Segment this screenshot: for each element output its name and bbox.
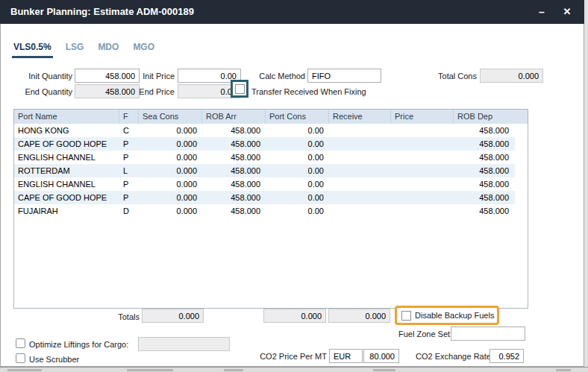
table-row[interactable]: ROTTERDAML0.000458.0000.00458.000 [14, 164, 515, 177]
co2-currency-input[interactable] [329, 349, 363, 363]
table-cell: ENGLISH CHANNEL [14, 177, 119, 191]
table-cell: 458.000 [202, 204, 266, 218]
disable-backup-fuels-checkbox[interactable] [401, 311, 411, 321]
table-cell: 458.000 [454, 191, 514, 204]
table-header-row: Port Name F Sea Cons ROB Arr Port Cons R… [14, 110, 528, 124]
table-cell: D [119, 204, 139, 218]
table-cell: 0.000 [139, 151, 202, 164]
table-cell: ROTTERDAM [14, 164, 119, 177]
table-cell [391, 137, 454, 151]
close-icon[interactable]: ✕ [558, 0, 576, 24]
column-header-port-cons[interactable]: Port Cons [266, 110, 329, 124]
table-cell [391, 177, 454, 191]
table-cell: 0.000 [139, 191, 202, 204]
table-cell: 458.000 [202, 151, 266, 164]
table-cell: 0.000 [139, 137, 202, 151]
table-row[interactable]: FUJAIRAHD0.000458.0000.00458.000 [14, 204, 515, 218]
tab-mdo[interactable]: MDO [96, 40, 120, 58]
init-price-label: Init Price [120, 72, 175, 81]
dialog-title: Bunker Planning: Estimate ADM-000189 [10, 0, 194, 24]
table-cell: 458.000 [454, 124, 514, 137]
co2-exchange-rate-input[interactable] [490, 349, 524, 363]
table-row[interactable]: ENGLISH CHANNELP0.000458.0000.00458.000 [14, 151, 515, 164]
table-cell [391, 124, 454, 137]
table-cell: CAPE OF GOOD HOPE [14, 137, 119, 151]
table-cell: L [119, 164, 139, 177]
table-cell: 458.000 [454, 177, 514, 191]
title-bar: Bunker Planning: Estimate ADM-000189 – ✕ [0, 0, 584, 24]
co2-price-input[interactable] [363, 349, 399, 363]
table-cell [391, 164, 454, 177]
transfer-received-checkbox[interactable] [235, 84, 245, 94]
tab-mgo[interactable]: MGO [131, 40, 156, 58]
totals-port-cons-field [263, 309, 326, 323]
table-cell: 0.00 [266, 177, 329, 191]
table-row[interactable]: CAPE OF GOOD HOPEP0.000458.0000.00458.00… [14, 137, 515, 151]
table-body: HONG KONGC0.000458.0000.00458.000CAPE OF… [14, 124, 528, 218]
init-quantity-label: Init Quantity [8, 72, 72, 81]
table-cell: 0.000 [139, 177, 202, 191]
bunker-planning-dialog: Bunker Planning: Estimate ADM-000189 – ✕… [0, 0, 584, 367]
disable-backup-fuels-highlight: Disable Backup Fuels [395, 306, 499, 325]
totals-sea-cons-field [142, 309, 204, 323]
table-cell: 0.00 [266, 191, 329, 204]
table-cell: 458.000 [454, 137, 514, 151]
totals-receive-field [328, 309, 390, 323]
table-cell: 0.00 [266, 164, 329, 177]
table-row[interactable]: HONG KONGC0.000458.0000.00458.000 [14, 124, 515, 137]
disable-backup-fuels-label: Disable Backup Fuels [415, 311, 494, 320]
column-header-receive[interactable]: Receive [329, 110, 391, 124]
table-cell: 458.000 [202, 164, 266, 177]
table-cell: 0.000 [139, 164, 202, 177]
table-cell: 0.00 [266, 137, 329, 151]
table-cell [329, 137, 391, 151]
table-cell: 0.00 [266, 124, 329, 137]
table-cell [391, 191, 454, 204]
table-cell: P [119, 137, 139, 151]
table-cell: HONG KONG [14, 124, 119, 137]
use-scrubber-label: Use Scrubber [29, 355, 79, 364]
table-cell [329, 124, 391, 137]
bunker-table: Port Name F Sea Cons ROB Arr Port Cons R… [13, 109, 528, 309]
table-cell: 458.000 [202, 191, 266, 204]
table-cell: 458.000 [202, 137, 266, 151]
optimize-liftings-checkbox[interactable] [16, 338, 25, 348]
table-cell: 458.000 [454, 164, 514, 177]
end-price-label: End Price [120, 87, 175, 96]
column-header-f[interactable]: F [119, 110, 139, 124]
table-cell [391, 204, 454, 218]
transfer-received-focus-ring [231, 80, 248, 98]
table-cell: ENGLISH CHANNEL [14, 151, 119, 164]
use-scrubber-checkbox[interactable] [16, 353, 25, 363]
column-header-sea-cons[interactable]: Sea Cons [139, 110, 202, 124]
table-cell: 0.000 [139, 204, 202, 218]
table-cell [329, 191, 391, 204]
table-cell: 458.000 [202, 177, 266, 191]
column-header-rob-dep[interactable]: ROB Dep [454, 110, 514, 124]
column-header-rob-arr[interactable]: ROB Arr [202, 110, 266, 124]
optimize-liftings-label: Optimize Liftings for Cargo: [29, 340, 128, 349]
table-cell: P [119, 177, 139, 191]
fuel-zone-set-input[interactable] [451, 327, 525, 341]
optimize-liftings-field [138, 337, 230, 351]
totals-label: Totals [98, 312, 140, 321]
column-header-price[interactable]: Price [391, 110, 454, 124]
calc-method-input[interactable] [307, 69, 381, 83]
minimize-icon[interactable]: – [533, 0, 551, 24]
column-header-port-name[interactable]: Port Name [14, 110, 119, 124]
tab-vls05[interactable]: VLS0.5% [12, 40, 53, 58]
co2-exchange-rate-label: CO2 Exchange Rate [416, 352, 486, 361]
table-cell: FUJAIRAH [14, 204, 119, 218]
table-cell: CAPE OF GOOD HOPE [14, 191, 119, 204]
table-cell [329, 164, 391, 177]
table-row[interactable]: ENGLISH CHANNELP0.000458.0000.00458.000 [14, 177, 515, 191]
table-cell: 458.000 [454, 151, 514, 164]
table-cell: P [119, 151, 139, 164]
transfer-received-label: Transfer Received When Fixing [251, 87, 366, 96]
total-cons-field [480, 69, 543, 83]
table-cell [329, 151, 391, 164]
tab-lsg[interactable]: LSG [64, 40, 86, 58]
calc-method-label: Calc Method [251, 72, 305, 81]
table-cell: 0.000 [139, 124, 202, 137]
table-row[interactable]: CAPE OF GOOD HOPEP0.000458.0000.00458.00… [14, 191, 515, 204]
